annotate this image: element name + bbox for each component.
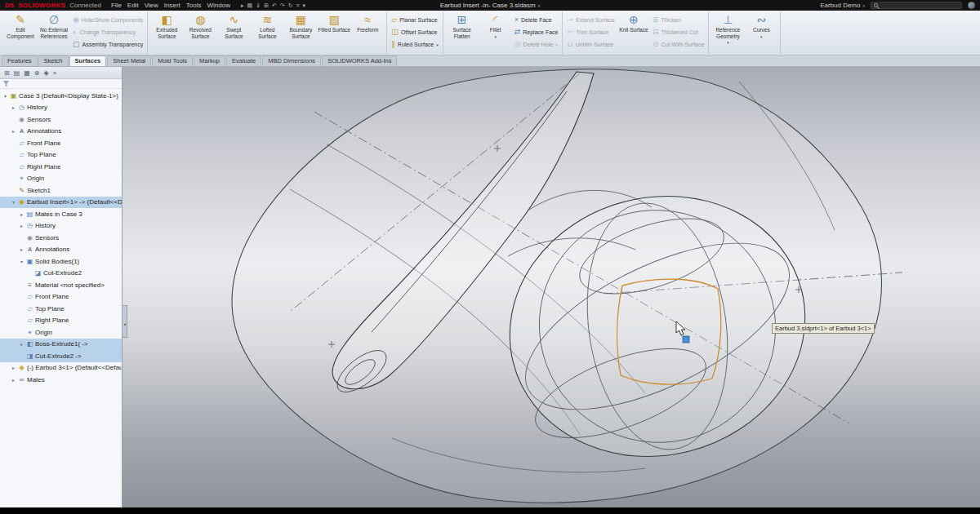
reference-geometry-button[interactable]: ⊥Reference Geometry: [711, 12, 744, 53]
tree-item-front-plane[interactable]: Front Plane: [0, 137, 122, 149]
revolved-surface-button[interactable]: ◍Revolved Surface: [184, 12, 216, 53]
search-input[interactable]: [880, 2, 956, 8]
offset-surface-button[interactable]: ◫Offset Surface: [391, 27, 438, 38]
tree-item-boss-extrude1[interactable]: Boss-Extrude1( ->: [0, 339, 122, 351]
tree-item-top-plane[interactable]: Top Plane: [0, 303, 122, 315]
menu-tools[interactable]: Tools: [184, 2, 204, 9]
save-icon[interactable]: ⇓: [255, 2, 261, 9]
menu-window[interactable]: Window: [205, 2, 233, 9]
tree-item-cut-extrude2[interactable]: Cut-Extrude2 ->: [0, 350, 122, 362]
tree-item-sensors[interactable]: Sensors: [0, 113, 122, 126]
rebuild-icon[interactable]: ↻: [287, 2, 294, 9]
undo-icon[interactable]: ↶: [271, 2, 278, 9]
ruled-surface-button[interactable]: ∥Ruled Surface: [391, 39, 438, 50]
tree-item-front-plane[interactable]: Front Plane: [0, 291, 122, 304]
tree-item-history[interactable]: History: [0, 220, 122, 233]
account-menu[interactable]: Earbud Demo: [820, 2, 865, 9]
curves-dropdown-icon[interactable]: [760, 33, 763, 41]
tree-filter[interactable]: [0, 79, 122, 89]
tree-item-sensors[interactable]: Sensors: [0, 232, 122, 244]
ruled-surface-dropdown-icon[interactable]: [436, 42, 439, 47]
tree-item-origin[interactable]: Origin: [0, 173, 122, 185]
panel-expand-icon[interactable]: »: [53, 69, 56, 77]
expand-arrow-icon[interactable]: [19, 341, 24, 347]
assembly-transparency-button[interactable]: ▢Assembly Transparency: [73, 39, 143, 50]
expand-arrow-icon[interactable]: [11, 199, 16, 205]
account-dropdown-icon[interactable]: [862, 2, 865, 9]
search-box[interactable]: [871, 2, 962, 9]
no-external-references-button[interactable]: ∅No External References: [38, 12, 70, 53]
menu-edit[interactable]: Edit: [125, 2, 141, 9]
tree-item-sketch1[interactable]: Sketch1: [0, 184, 122, 197]
open-document-icon[interactable]: ▤: [247, 2, 254, 9]
fillet-dropdown-icon[interactable]: [494, 33, 497, 41]
user-avatar[interactable]: [968, 2, 975, 9]
menu-view[interactable]: View: [142, 2, 161, 9]
expand-arrow-icon[interactable]: [11, 377, 16, 383]
featuremanager-tab-icon[interactable]: ⊞: [4, 69, 10, 77]
curves-button[interactable]: ∾Curves: [745, 12, 777, 53]
redo-icon[interactable]: ↷: [279, 2, 286, 9]
delete-face-button[interactable]: ×Delete Face: [514, 15, 559, 25]
tree-item-case-3-default-display-state-1[interactable]: Case 3 (Default<Display State-1>): [0, 90, 122, 102]
menu-insert[interactable]: Insert: [162, 2, 183, 9]
options-icon[interactable]: ≡: [296, 2, 301, 9]
expand-arrow-icon[interactable]: [11, 365, 16, 370]
expand-arrow-icon[interactable]: [19, 246, 24, 252]
tree-item-cut-extrude2[interactable]: Cut-Extrude2: [0, 268, 122, 280]
tab-solidworks-add-ins[interactable]: SOLIDWORKS Add-Ins: [322, 55, 397, 66]
expand-arrow-icon[interactable]: [19, 259, 24, 264]
tree-item-history[interactable]: History: [0, 102, 122, 114]
surface-flatten-button[interactable]: ⊞Surface Flatten: [446, 12, 479, 53]
expand-arrow-icon[interactable]: [19, 211, 24, 217]
tab-features[interactable]: Features: [2, 55, 38, 66]
propertymanager-tab-icon[interactable]: ▤: [14, 69, 20, 77]
replace-face-button[interactable]: ⇄Replace Face: [514, 27, 559, 38]
tree-item-earbud-insert-1-default-d[interactable]: Earbud Insert<1> -> (Default<<D: [0, 197, 122, 209]
extruded-surface-button[interactable]: ◧Extruded Surface: [150, 12, 183, 53]
tree-item-annotations[interactable]: Annotations: [0, 244, 122, 256]
lofted-surface-button[interactable]: ≋Lofted Surface: [251, 12, 283, 53]
tree-item-earbud-3-1-default-defaul[interactable]: (-) Earbud 3<1> (Default<<Defaul: [0, 362, 122, 374]
expand-arrow-icon[interactable]: [11, 128, 16, 134]
tree-item-origin[interactable]: Origin: [0, 326, 122, 339]
filled-surface-button[interactable]: ▨Filled Surface: [318, 12, 350, 53]
displaymanager-tab-icon[interactable]: ◈: [44, 69, 49, 77]
tree-item-mates[interactable]: Mates: [0, 374, 122, 386]
swept-surface-button[interactable]: ∿Swept Surface: [217, 12, 250, 53]
tree-item-annotations[interactable]: Annotations: [0, 126, 122, 138]
document-title-dropdown-icon[interactable]: [538, 2, 541, 9]
print-icon[interactable]: ⊞: [263, 2, 270, 9]
tree-item-right-plane[interactable]: Right Plane: [0, 315, 122, 327]
expand-arrow-icon[interactable]: [2, 93, 8, 99]
panel-collapse-handle[interactable]: [122, 305, 127, 338]
boundary-surface-button[interactable]: ▦Boundary Surface: [284, 12, 317, 53]
tree-item-top-plane[interactable]: Top Plane: [0, 149, 122, 162]
tab-evaluate[interactable]: Evaluate: [226, 55, 261, 66]
planar-surface-button[interactable]: ▱Planar Surface: [391, 15, 438, 25]
graphics-area[interactable]: Earbud 3.sldprt<1> of Earbud 3<1>: [122, 67, 980, 507]
edit-component-button[interactable]: ✎Edit Component: [4, 12, 37, 53]
tab-mbd-dimensions[interactable]: MBD Dimensions: [262, 55, 321, 66]
tree-item-solid-bodies-1[interactable]: Solid Bodies(1): [0, 255, 122, 268]
tab-surfaces[interactable]: Surfaces: [69, 55, 107, 66]
toolbar-expand-icon[interactable]: ▾: [302, 2, 307, 9]
knit-surface-button[interactable]: ⊕Knit Surface: [617, 12, 650, 53]
reference-geometry-dropdown-icon[interactable]: [727, 39, 729, 47]
expand-arrow-icon[interactable]: [11, 104, 16, 110]
delete-hole-dropdown-icon[interactable]: [555, 42, 558, 47]
expand-arrow-icon[interactable]: [19, 223, 24, 228]
tab-markup[interactable]: Markup: [194, 55, 225, 66]
tab-sketch[interactable]: Sketch: [38, 55, 69, 66]
freeform-button[interactable]: ≈Freeform: [351, 12, 384, 53]
configurationmanager-tab-icon[interactable]: ▦: [24, 69, 30, 77]
tab-mold-tools[interactable]: Mold Tools: [152, 55, 193, 66]
select-arrow-icon[interactable]: ▸: [240, 2, 245, 9]
tree-item-material-not-specified[interactable]: Material <not specified>: [0, 279, 122, 291]
tree-item-mates-in-case-3[interactable]: Mates in Case 3: [0, 208, 122, 220]
tree-item-right-plane[interactable]: Right Plane: [0, 161, 122, 173]
tab-sheet-metal[interactable]: Sheet Metal: [107, 55, 151, 66]
menu-file[interactable]: File: [109, 2, 124, 9]
document-title[interactable]: Earbud Insert -in- Case 3.sldasm: [440, 2, 540, 9]
dimxpertmanager-tab-icon[interactable]: ⊕: [34, 69, 40, 77]
